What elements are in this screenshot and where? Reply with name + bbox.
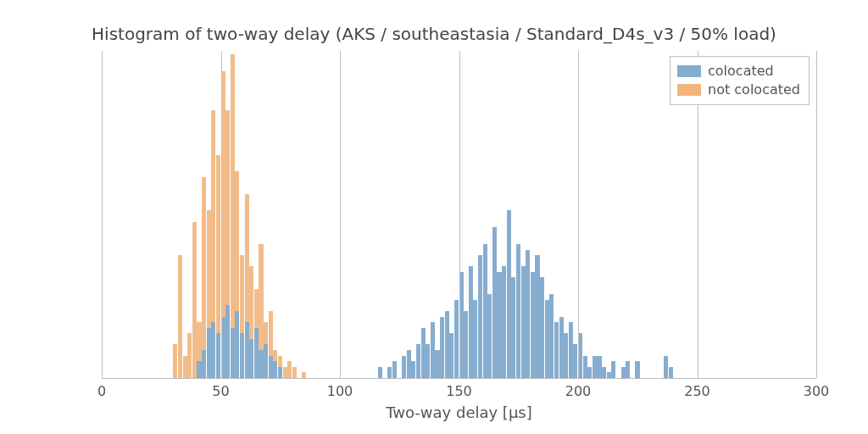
x-tick-label: 50	[212, 383, 229, 399]
legend-item-colocated: colocated	[677, 62, 800, 81]
x-axis-label: Two-way delay [μs]	[102, 403, 816, 421]
histogram-bar	[207, 328, 211, 378]
histogram-bar	[225, 305, 230, 378]
histogram-bar	[245, 322, 249, 378]
legend: colocated not colocated	[670, 56, 810, 105]
x-grid-line	[340, 51, 341, 378]
x-tick-label: 0	[97, 383, 106, 399]
histogram-bar	[216, 333, 220, 378]
x-grid-line	[459, 51, 460, 378]
x-tick-label: 100	[327, 383, 353, 399]
x-grid-line	[578, 51, 579, 378]
histogram-bar	[278, 367, 282, 378]
x-tick-label: 250	[684, 383, 710, 399]
histogram-bar	[264, 344, 268, 378]
histogram-bar	[249, 339, 253, 378]
x-tick-label: 150	[446, 383, 472, 399]
x-tick-label: 200	[565, 383, 592, 399]
x-tick-label: 300	[804, 383, 830, 399]
histogram-bar	[259, 350, 263, 378]
histogram-bar	[240, 333, 244, 378]
histogram-bar	[273, 361, 277, 378]
legend-label-notcolocated: not colocated	[708, 81, 800, 99]
histogram-bar	[269, 356, 273, 378]
x-grid-line	[221, 51, 222, 378]
histogram-bar	[202, 350, 206, 378]
x-grid-line	[102, 51, 103, 378]
legend-swatch-colocated	[677, 65, 701, 77]
histogram-bar	[231, 328, 235, 378]
legend-item-notcolocated: not colocated	[677, 81, 800, 99]
legend-swatch-notcolocated	[677, 84, 701, 96]
histogram-bar	[197, 361, 201, 378]
x-grid-line	[816, 51, 817, 378]
histogram-bar	[211, 322, 215, 378]
histogram-bar	[235, 311, 239, 378]
legend-label-colocated: colocated	[708, 62, 774, 81]
plot-area: Two-way delay [μs] colocated not colocat…	[102, 51, 816, 379]
chart-title: Histogram of two-way delay (AKS / southe…	[0, 24, 868, 44]
histogram-bar	[254, 328, 259, 378]
figure: Histogram of two-way delay (AKS / southe…	[0, 0, 868, 434]
